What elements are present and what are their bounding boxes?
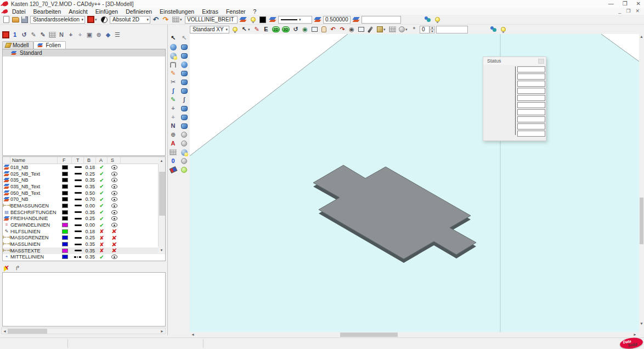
layer-name[interactable]: 070_NB [10,196,58,202]
canvas-scroll-right-icon[interactable]: ► [633,333,637,336]
layer-active-toggle[interactable]: ✔ [96,177,108,183]
solid-sphere-icon[interactable] [168,43,178,51]
layer-linetype[interactable] [72,244,84,245]
layer-width[interactable]: 0.35 [84,177,96,183]
col-t[interactable]: T [72,157,84,164]
draw-pen-icon[interactable]: ✎ [168,69,178,77]
cursor-select-icon-caret[interactable]: ▾ [248,27,252,32]
status-field-5[interactable] [517,95,545,101]
layer-width[interactable]: 0.25 [84,235,96,240]
user-icon[interactable] [423,15,432,24]
pan-hand-icon[interactable] [319,25,328,33]
tab-folien[interactable]: Folien [33,41,65,49]
status-window[interactable]: Status [483,57,546,141]
trim-scissors-icon[interactable]: ✂ [168,78,178,86]
layer-width[interactable]: 0.35 [84,210,96,215]
spline-icon[interactable]: N [168,122,178,130]
layer-row-025_nb_text[interactable]: 025_NB_Text0.25✔ [3,171,165,177]
layer-name[interactable]: 018_NB [10,165,58,170]
line-color-swatch[interactable] [258,15,267,24]
disc-stack-icon[interactable] [179,113,189,121]
menu-item-datei[interactable]: Datei [8,8,30,15]
measure-icon[interactable]: ⊕ [168,131,178,139]
close-panel-icon[interactable] [1,31,10,39]
canvas-scroll-left-icon[interactable]: ◄ [191,333,195,336]
panel-hscroll-thumb[interactable] [8,329,47,334]
box3d-icon[interactable]: ◆ [104,31,112,39]
layer-name[interactable]: MITTELLINIEN [10,254,58,260]
layer-color-swatch[interactable] [58,165,72,170]
mdi-restore-button[interactable]: ❐ [626,8,630,14]
status-field-6[interactable] [517,102,545,108]
layer-row-035_nb_text[interactable]: 035_NB_Text0.35✔ [3,183,165,190]
coordinate-mode-combo[interactable]: Absolut 2D▾ [110,16,150,24]
status-field-7[interactable] [517,109,545,115]
layer-row-massgrenzen[interactable]: ⊢⊣MASSGRENZEN0.25✘✘ [3,235,165,241]
rotate-view-icon[interactable]: ↺ [291,25,300,33]
layer-visibility-toggle[interactable] [108,197,121,201]
layer-color-swatch[interactable] [58,249,72,253]
box-primitive-icon[interactable] [179,43,189,51]
canvas-hscrollbar[interactable]: ◄ ► [190,332,639,337]
list-icon[interactable]: ☰ [113,31,122,39]
view-aux-input[interactable] [436,26,468,33]
status-field-1[interactable] [517,66,545,72]
layer-visibility-toggle[interactable] [108,223,121,227]
layer-linetype[interactable] [72,166,84,168]
spin-up-icon[interactable]: ▲ [430,26,435,30]
layer-color-swatch[interactable] [58,172,72,176]
menu-item-bearbeiten[interactable]: Bearbeiten [30,8,65,15]
cursor-select-icon[interactable]: ↖ [240,25,248,33]
table-scroll-thumb[interactable] [159,172,165,216]
layer-linetype[interactable] [72,179,84,181]
layer-active-toggle[interactable]: ✘ [96,241,108,247]
layer-active-toggle[interactable]: ✔ [96,209,108,215]
status-field-8[interactable] [517,116,545,122]
layer-row-masstexte[interactable]: ⊢⊣MASSTEXTE0.35✘✘ [3,247,165,254]
info-icon[interactable]: 0 [168,157,178,165]
col-name[interactable]: Name [10,157,58,164]
layer-visibility-toggle[interactable] [108,178,121,182]
ring-primitive-icon[interactable] [179,78,189,86]
layer-apply-icon[interactable] [239,15,247,24]
col-a[interactable]: A [96,157,108,164]
freehand-pen-icon[interactable]: ✎ [168,95,178,104]
view-eye-icon[interactable]: ◉ [347,25,356,33]
bool-sphere-green-icon[interactable] [179,166,189,174]
menu-item-fenster[interactable]: Fenster [222,8,250,15]
view-redo-icon[interactable]: ↷ [338,25,347,33]
print-preview-icon[interactable] [357,25,365,33]
layer-name[interactable]: BEMASSUNGEN [10,203,58,209]
layer-visibility-toggle[interactable] [108,165,121,170]
layer-linetype[interactable] [72,256,84,258]
cylinder-primitive-icon[interactable] [179,52,189,60]
table-scrollbar[interactable]: ▲ ▼ [158,164,165,254]
detail-listbox[interactable] [2,272,166,327]
canvas-hscroll-thumb[interactable] [340,333,398,337]
pipe-primitive-icon[interactable] [179,104,189,112]
edit-pen-h-icon[interactable]: ✎ [38,31,47,39]
linetype-input[interactable]: VOLLLINIE_BREIT [185,16,238,24]
select-outline-icon[interactable]: ↖ [179,34,189,42]
layer-row-hilfslinien[interactable]: ✎HILFSLINIEN0.18✘✘ [3,228,165,235]
layer-name[interactable]: MASSGRENZEN [10,235,58,240]
edit-pen-icon[interactable]: ✎ [29,31,38,39]
scroll-left-icon[interactable]: ◄ [3,329,7,333]
redo-button[interactable]: ↷ [161,15,170,24]
col-f[interactable]: F [58,157,72,164]
status-field-2[interactable] [517,74,545,80]
layer-active-toggle[interactable]: ✔ [96,190,108,196]
layer-visibility-toggle[interactable] [108,210,121,215]
view-3d-button[interactable]: 3D [281,25,290,33]
minimize-button[interactable]: — [608,1,614,7]
delete-filter-icon[interactable]: ✘ [2,264,11,272]
layer-width[interactable]: 0.50 [84,190,96,196]
layer-width[interactable]: 0.25 [84,216,96,221]
sphere-primitive-icon[interactable] [179,60,189,69]
status-window-close-button[interactable] [538,59,544,64]
layer-row-gewindelinien[interactable]: ≡GEWINDELINIEN0.00✔ [3,222,165,228]
layer-width[interactable]: 0.35 [84,184,96,189]
col-s[interactable]: S [108,157,121,164]
open-file-icon[interactable] [11,15,20,24]
construction-cross-icon[interactable]: + [168,104,178,112]
